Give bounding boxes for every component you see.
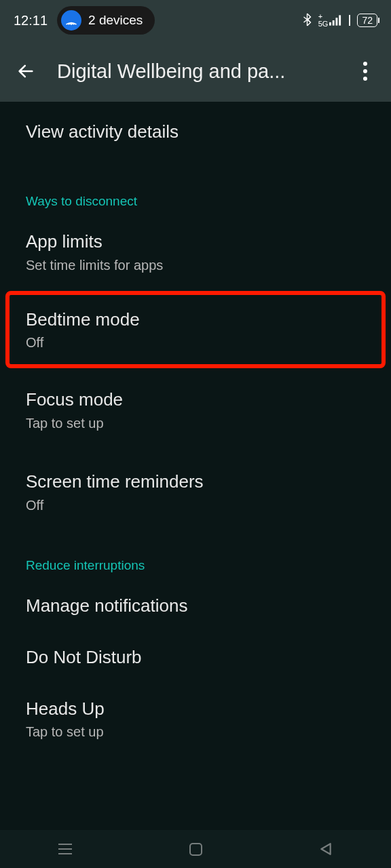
signal-label: +5G [318,13,329,28]
bedtime-mode-item[interactable]: Bedtime mode Off [10,295,381,365]
signal-group: +5G [318,13,343,28]
bluetooth-icon [303,13,312,28]
app-limits-item[interactable]: App limits Set time limits for apps [0,217,391,287]
item-subtitle: Tap to set up [26,724,365,740]
svg-point-0 [71,23,73,25]
svg-rect-1 [329,22,331,26]
more-vert-icon [363,62,367,66]
clock: 12:11 [14,13,48,28]
status-bar: 12:11 2 devices +5G [0,0,391,41]
square-icon [189,843,202,856]
item-title: View activity details [26,121,365,144]
item-subtitle: Off [26,335,365,351]
item-title: Focus mode [26,389,365,412]
item-subtitle: Off [26,498,365,513]
item-subtitle: Set time limits for apps [26,258,365,273]
item-title: Do Not Disturb [26,646,365,669]
svg-rect-4 [339,15,341,25]
arrow-left-icon [16,62,35,81]
menu-icon [58,844,72,854]
devices-chip[interactable]: 2 devices [57,6,155,35]
view-activity-details-item[interactable]: View activity details [0,102,391,163]
system-navbar [0,830,391,868]
overflow-menu-button[interactable] [353,59,377,83]
item-title: Bedtime mode [26,309,365,332]
page-title: Digital Wellbeing and pa... [57,60,334,83]
triangle-back-icon [320,842,332,856]
screen-time-reminders-item[interactable]: Screen time reminders Off [0,457,391,527]
devices-label: 2 devices [88,13,143,28]
item-subtitle: Tap to set up [26,416,365,431]
svg-rect-2 [333,20,335,26]
reduce-interruptions-header: Reduce interruptions [0,539,391,581]
battery-indicator: 72 [357,14,377,27]
settings-content: View activity details Ways to disconnect… [0,102,391,753]
do-not-disturb-item[interactable]: Do Not Disturb [0,631,391,684]
statusbar-right: +5G 72 [303,13,377,28]
item-title: Screen time reminders [26,471,365,494]
heads-up-item[interactable]: Heads Up Tap to set up [0,684,391,754]
statusbar-left: 12:11 2 devices [14,6,155,35]
recent-apps-button[interactable] [52,835,79,863]
manage-notifications-item[interactable]: Manage notifications [0,581,391,631]
bedtime-mode-highlight: Bedtime mode Off [5,291,386,369]
svg-rect-3 [336,18,338,25]
back-nav-button[interactable] [312,835,339,863]
signal-bars-icon [329,15,342,26]
item-title: Manage notifications [26,595,365,618]
home-button[interactable] [182,835,209,863]
separator-icon [349,15,350,26]
focus-mode-item[interactable]: Focus mode Tap to set up [0,375,391,445]
app-header: Digital Wellbeing and pa... [0,41,391,102]
item-title: App limits [26,231,365,254]
ways-to-disconnect-header: Ways to disconnect [0,175,391,217]
item-title: Heads Up [26,698,365,721]
wifi-cast-icon [61,10,81,31]
back-button[interactable] [14,59,38,83]
